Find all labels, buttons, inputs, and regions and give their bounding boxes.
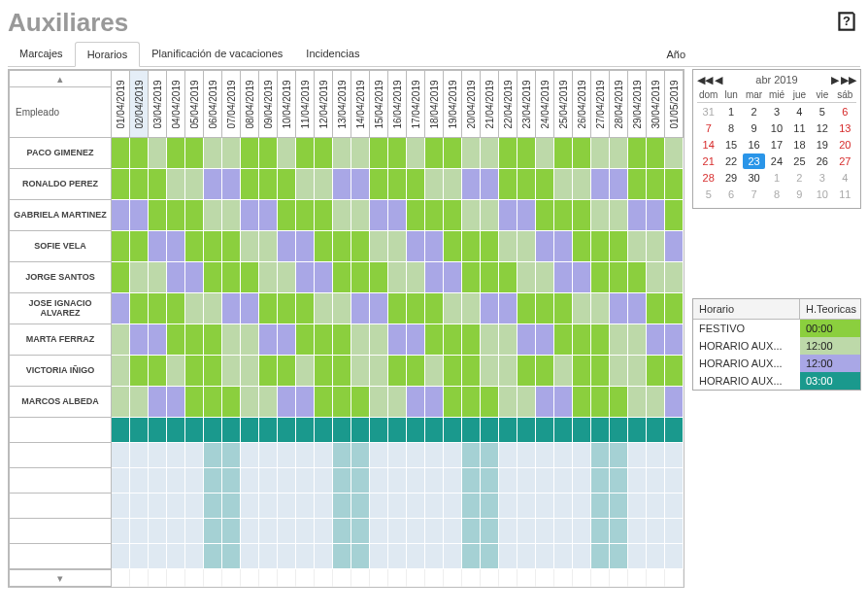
schedule-cell[interactable] bbox=[499, 169, 517, 200]
date-header[interactable]: 30/04/2019 bbox=[647, 70, 665, 138]
calendar-day[interactable]: 16 bbox=[743, 137, 765, 153]
schedule-cell[interactable] bbox=[536, 231, 554, 262]
schedule-cell[interactable] bbox=[278, 356, 296, 387]
calendar-day[interactable]: 2 bbox=[743, 104, 765, 119]
schedule-cell[interactable] bbox=[259, 418, 278, 443]
schedule-cell[interactable] bbox=[444, 443, 462, 468]
schedule-cell[interactable] bbox=[628, 443, 647, 468]
date-header[interactable]: 01/04/2019 bbox=[112, 70, 130, 138]
legend-col-hteoricas[interactable]: H.Teoricas bbox=[800, 299, 860, 319]
schedule-cell[interactable] bbox=[388, 387, 407, 418]
schedule-cell[interactable] bbox=[573, 418, 591, 443]
schedule-cell[interactable] bbox=[407, 418, 425, 443]
schedule-cell[interactable] bbox=[222, 443, 241, 468]
schedule-cell[interactable] bbox=[204, 387, 222, 418]
schedule-cell[interactable] bbox=[610, 519, 628, 544]
calendar-day[interactable]: 10 bbox=[765, 120, 787, 136]
schedule-cell[interactable] bbox=[628, 200, 647, 231]
date-header[interactable]: 03/04/2019 bbox=[149, 70, 167, 138]
schedule-cell[interactable] bbox=[481, 262, 499, 293]
schedule-cell[interactable] bbox=[444, 231, 462, 262]
schedule-cell[interactable] bbox=[425, 544, 444, 569]
schedule-cell[interactable] bbox=[185, 387, 204, 418]
date-header[interactable]: 12/04/2019 bbox=[315, 70, 333, 138]
schedule-cell[interactable] bbox=[536, 494, 554, 519]
schedule-cell[interactable] bbox=[536, 519, 554, 544]
schedule-cell[interactable] bbox=[333, 324, 351, 356]
schedule-cell[interactable] bbox=[130, 443, 149, 468]
calendar-day[interactable]: 5 bbox=[697, 187, 719, 202]
schedule-cell[interactable] bbox=[130, 519, 149, 544]
schedule-cell[interactable] bbox=[351, 200, 370, 231]
schedule-cell[interactable] bbox=[407, 231, 425, 262]
schedule-cell[interactable] bbox=[610, 293, 628, 324]
schedule-cell[interactable] bbox=[130, 324, 149, 356]
schedule-cell[interactable] bbox=[462, 356, 481, 387]
schedule-cell[interactable] bbox=[425, 293, 444, 324]
schedule-cell[interactable] bbox=[499, 356, 517, 387]
calendar-day[interactable]: 9 bbox=[788, 187, 811, 202]
calendar-day[interactable]: 24 bbox=[765, 153, 787, 169]
schedule-cell[interactable] bbox=[333, 544, 351, 569]
schedule-cell[interactable] bbox=[573, 169, 591, 200]
calendar-day[interactable]: 20 bbox=[834, 137, 856, 153]
schedule-cell[interactable] bbox=[462, 200, 481, 231]
schedule-cell[interactable] bbox=[351, 138, 370, 169]
schedule-cell[interactable] bbox=[112, 544, 130, 569]
schedule-cell[interactable] bbox=[204, 169, 222, 200]
schedule-cell[interactable] bbox=[167, 293, 185, 324]
schedule-cell[interactable] bbox=[462, 138, 481, 169]
schedule-cell[interactable] bbox=[185, 324, 204, 356]
schedule-cell[interactable] bbox=[517, 231, 536, 262]
schedule-cell[interactable] bbox=[407, 519, 425, 544]
schedule-cell[interactable] bbox=[388, 356, 407, 387]
employee-cell[interactable]: RONALDO PEREZ bbox=[9, 169, 112, 200]
schedule-cell[interactable] bbox=[407, 494, 425, 519]
schedule-cell[interactable] bbox=[573, 200, 591, 231]
schedule-cell[interactable] bbox=[591, 468, 610, 494]
schedule-cell[interactable] bbox=[665, 468, 684, 494]
schedule-cell[interactable] bbox=[536, 356, 554, 387]
help-icon[interactable]: ? bbox=[833, 8, 860, 35]
tab-marcajes[interactable]: Marcajes bbox=[8, 42, 75, 66]
schedule-cell[interactable] bbox=[351, 293, 370, 324]
schedule-cell[interactable] bbox=[130, 169, 149, 200]
schedule-cell[interactable] bbox=[665, 262, 684, 293]
schedule-cell[interactable] bbox=[130, 356, 149, 387]
schedule-cell[interactable] bbox=[407, 443, 425, 468]
schedule-cell[interactable] bbox=[241, 169, 259, 200]
schedule-cell[interactable] bbox=[167, 262, 185, 293]
calendar-day[interactable]: 12 bbox=[811, 120, 833, 136]
schedule-cell[interactable] bbox=[204, 293, 222, 324]
schedule-cell[interactable] bbox=[259, 387, 278, 418]
schedule-cell[interactable] bbox=[204, 494, 222, 519]
schedule-cell[interactable] bbox=[628, 231, 647, 262]
schedule-cell[interactable] bbox=[444, 138, 462, 169]
schedule-cell[interactable] bbox=[296, 494, 315, 519]
schedule-cell[interactable] bbox=[259, 231, 278, 262]
schedule-cell[interactable] bbox=[370, 387, 388, 418]
schedule-cell[interactable] bbox=[665, 293, 684, 324]
schedule-cell[interactable] bbox=[647, 324, 665, 356]
date-header[interactable]: 01/05/2019 bbox=[665, 70, 684, 138]
calendar-day[interactable]: 11 bbox=[834, 187, 856, 202]
schedule-cell[interactable] bbox=[462, 387, 481, 418]
schedule-cell[interactable] bbox=[315, 324, 333, 356]
schedule-cell[interactable] bbox=[149, 262, 167, 293]
schedule-cell[interactable] bbox=[481, 324, 499, 356]
schedule-cell[interactable] bbox=[499, 519, 517, 544]
schedule-cell[interactable] bbox=[481, 494, 499, 519]
schedule-cell[interactable] bbox=[333, 387, 351, 418]
schedule-cell[interactable] bbox=[278, 262, 296, 293]
schedule-cell[interactable] bbox=[591, 262, 610, 293]
schedule-cell[interactable] bbox=[517, 519, 536, 544]
date-header[interactable]: 27/04/2019 bbox=[591, 70, 610, 138]
schedule-cell[interactable] bbox=[370, 356, 388, 387]
schedule-cell[interactable] bbox=[222, 418, 241, 443]
schedule-cell[interactable] bbox=[517, 418, 536, 443]
date-header[interactable]: 14/04/2019 bbox=[351, 70, 370, 138]
calendar-day[interactable]: 7 bbox=[697, 120, 719, 136]
calendar-day[interactable]: 1 bbox=[719, 104, 742, 119]
date-header[interactable]: 28/04/2019 bbox=[610, 70, 628, 138]
schedule-cell[interactable] bbox=[167, 418, 185, 443]
